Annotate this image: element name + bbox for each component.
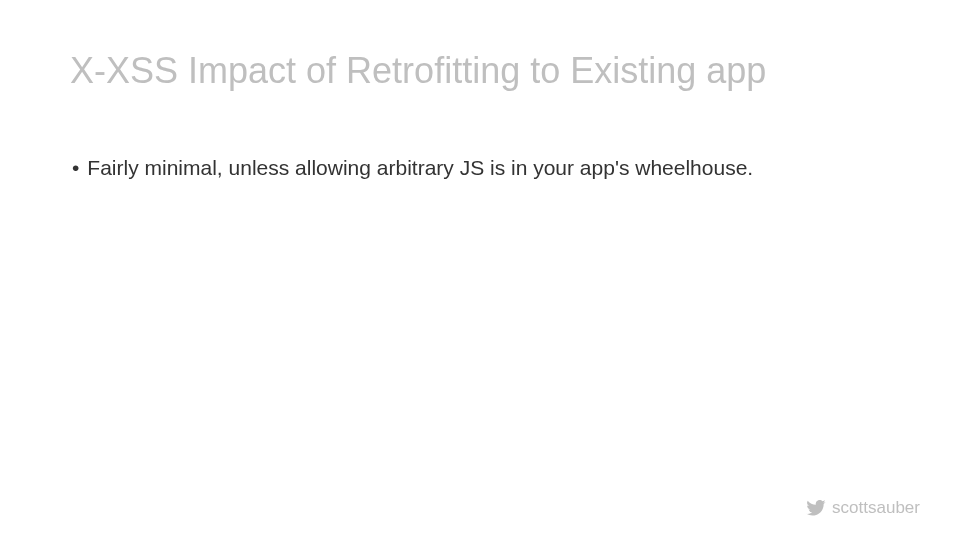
twitter-handle: scottsauber <box>832 498 920 518</box>
slide-title: X-XSS Impact of Retrofitting to Existing… <box>70 50 766 92</box>
bullet-item: • Fairly minimal, unless allowing arbitr… <box>72 154 888 181</box>
slide-content: • Fairly minimal, unless allowing arbitr… <box>72 154 888 181</box>
footer: scottsauber <box>806 498 920 518</box>
twitter-icon <box>806 500 826 516</box>
bullet-marker: • <box>72 154 79 181</box>
bullet-text: Fairly minimal, unless allowing arbitrar… <box>87 154 888 181</box>
